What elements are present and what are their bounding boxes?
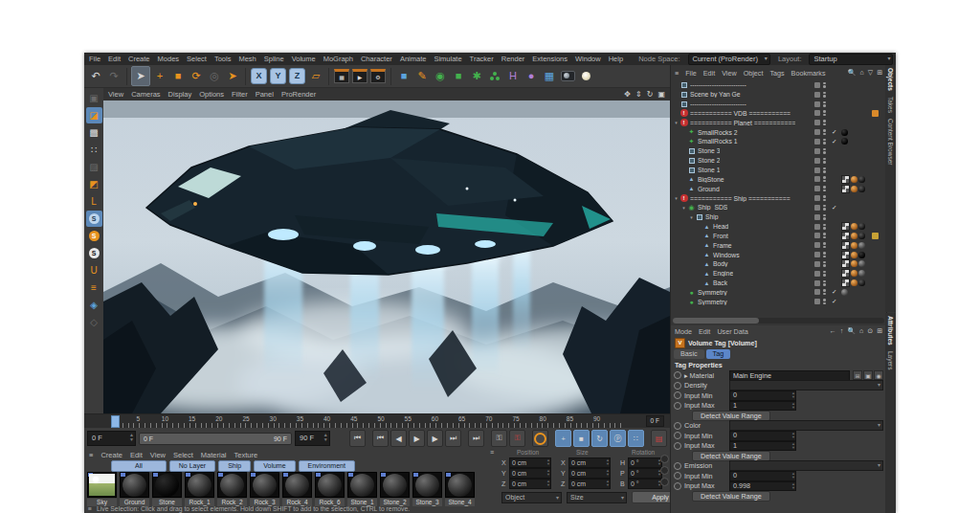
material-tag-icon[interactable] [851, 260, 858, 267]
keyframe-circle-icon[interactable] [674, 402, 681, 410]
coord-field[interactable]: 0 cm▲▼ [568, 457, 611, 468]
visibility-toggles[interactable] [814, 233, 826, 238]
object-row[interactable]: ✦SmallRocks 1✓ [671, 137, 886, 146]
texture-tags[interactable] [841, 279, 865, 287]
visibility-dots-icon[interactable] [823, 148, 826, 154]
material-tag-icon[interactable] [851, 279, 858, 286]
visibility-toggles[interactable] [814, 110, 826, 116]
material-tag-icon[interactable] [858, 279, 865, 286]
model-mode-button[interactable]: ◪ [86, 107, 102, 123]
render-view-button[interactable]: ▦ [333, 67, 350, 85]
last-tool-button[interactable]: ◎ [206, 67, 223, 85]
texture-tags[interactable] [841, 289, 848, 296]
visibility-dots-icon[interactable] [823, 214, 826, 220]
uvw-tag-icon[interactable] [841, 222, 850, 231]
visibility-toggles[interactable] [814, 186, 826, 191]
material-item[interactable]: Ground [120, 472, 149, 506]
material-thumbnail[interactable] [380, 472, 410, 498]
record-active-button[interactable]: ⚿ [509, 430, 525, 447]
spinner-icon[interactable]: ▲▼ [791, 472, 795, 480]
material-thumbnail[interactable] [185, 472, 214, 498]
input-min-field[interactable]: 0▲▼ [729, 390, 796, 401]
make-editable-button[interactable]: ▣ [86, 90, 102, 106]
material-menu-texture[interactable]: Texture [234, 451, 258, 459]
visibility-dots-icon[interactable] [823, 176, 826, 182]
visibility-toggles[interactable] [814, 252, 826, 257]
prev-frame-button[interactable]: ◀ [390, 430, 407, 447]
detect-value-range-button[interactable]: Detect Value Range [692, 491, 770, 502]
spinner-icon[interactable]: ▲▼ [791, 432, 795, 439]
texture-tags[interactable] [841, 251, 865, 259]
layer-tab-no-layer[interactable]: No Layer [169, 460, 215, 472]
texture-mode-button[interactable]: ▩ [86, 124, 102, 141]
layer-box-icon[interactable] [814, 158, 820, 164]
home-icon[interactable]: ⌂ [860, 69, 864, 77]
am-corner-icon-5[interactable]: ⊞ [877, 327, 882, 335]
material-thumbnail[interactable] [250, 472, 279, 498]
menu-create[interactable]: Create [128, 55, 150, 63]
layer-box-icon[interactable] [814, 110, 820, 116]
input-min-field[interactable]: 0▲▼ [729, 431, 796, 441]
keyframe-circle-icon[interactable] [674, 442, 681, 450]
redo-button[interactable]: ↷ [105, 67, 122, 85]
volume-builder-button[interactable]: ■ [450, 67, 467, 85]
material-tag-icon[interactable] [851, 223, 858, 230]
end-frame-field[interactable]: 90 F▲▼ [295, 431, 330, 446]
node-space-dropdown[interactable]: Current (ProRender) [688, 54, 770, 65]
keyframe-circle-icon[interactable] [674, 371, 681, 379]
material-menu-material[interactable]: Material [201, 451, 227, 459]
material-thumbnail[interactable] [315, 472, 345, 498]
material-menu-view[interactable]: View [150, 451, 166, 459]
object-row[interactable]: ●Symmetry✓ [671, 297, 886, 306]
side-tab-objects[interactable]: Objects [887, 68, 894, 91]
menu-character[interactable]: Character [361, 55, 392, 63]
layer-box-icon[interactable] [814, 205, 820, 211]
key-rotation-button[interactable]: ↻ [591, 430, 608, 447]
visibility-dots-icon[interactable] [823, 205, 826, 211]
layer-box-icon[interactable] [814, 271, 820, 277]
object-row[interactable]: ▲Ground [671, 184, 886, 193]
texture-tags[interactable] [841, 175, 865, 184]
am-corner-icon-0[interactable]: ← [830, 327, 836, 335]
enabled-check-icon[interactable]: ✓ [832, 128, 836, 136]
visibility-dots-icon[interactable] [823, 167, 826, 173]
visibility-dots-icon[interactable] [823, 158, 826, 164]
coord-lock-buttons[interactable] [660, 455, 669, 486]
axis-z-button[interactable]: Z [289, 68, 305, 84]
material-link-field[interactable]: Main Engine [729, 370, 850, 381]
expand-arrow-icon[interactable]: ▾ [673, 195, 679, 201]
texture-tags[interactable] [841, 269, 865, 278]
layer-box-icon[interactable] [814, 233, 820, 238]
material-item[interactable]: Sky [87, 472, 117, 506]
enabled-check-icon[interactable]: ✓ [832, 138, 836, 145]
hamburger-icon[interactable]: ≡ [89, 451, 93, 459]
visibility-toggles[interactable] [814, 261, 826, 267]
tweak-tool-button[interactable]: ➤ [224, 67, 241, 85]
enable-axis-button[interactable]: L [86, 193, 102, 210]
viewport-menu-panel[interactable]: Panel [256, 90, 274, 99]
am-corner-icon-4[interactable]: ⊙ [867, 327, 873, 335]
gold-tag-icon[interactable] [872, 233, 879, 239]
visibility-toggles[interactable] [814, 148, 826, 154]
viewport-menu-view[interactable]: View [108, 90, 123, 99]
object-row[interactable]: ▾!=========== Planet =========== [671, 118, 886, 127]
visibility-dots-icon[interactable] [823, 271, 826, 277]
menu-render[interactable]: Render [501, 55, 525, 63]
visibility-toggles[interactable] [814, 176, 826, 182]
visibility-dots-icon[interactable] [823, 129, 826, 135]
coord-field[interactable]: 0 cm▲▼ [568, 468, 611, 479]
emission-dropdown[interactable] [729, 460, 883, 471]
coord-field[interactable]: 0 °▲▼ [628, 468, 662, 479]
spinner-icon[interactable]: ▲▼ [606, 458, 610, 466]
spinner-icon[interactable]: ▲▼ [791, 442, 795, 450]
render-settings-button[interactable]: ⚙ [369, 67, 387, 85]
timeline-range-slider[interactable]: 0 F 90 F [139, 433, 292, 445]
texture-tags[interactable] [841, 138, 848, 145]
layer-box-icon[interactable] [814, 176, 820, 182]
spinner-icon[interactable]: ▲▼ [791, 482, 795, 490]
floor-environment-button[interactable]: ▦ [541, 67, 558, 85]
visibility-toggles[interactable] [814, 158, 826, 164]
coord-size-dropdown[interactable]: Size [567, 492, 627, 503]
uvw-tag-icon[interactable] [841, 232, 850, 240]
material-menu-select[interactable]: Select [173, 451, 193, 459]
